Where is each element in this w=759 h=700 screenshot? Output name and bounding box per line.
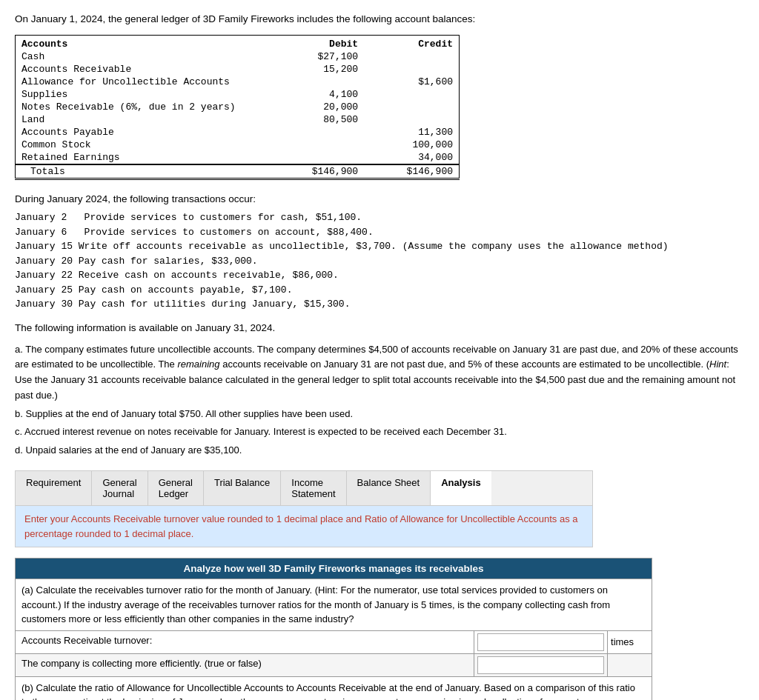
account-retained-earnings: Retained Earnings (16, 151, 269, 164)
tab-content: Enter your Accounts Receivable turnover … (15, 506, 593, 547)
transaction-jan22: January 22 Receive cash on accounts rece… (15, 268, 744, 283)
transaction-jan30: January 30 Pay cash for utilities during… (15, 297, 744, 312)
account-land: Land (16, 113, 269, 126)
info-text: The following information is available o… (15, 322, 744, 333)
col-header-debit: Debit (269, 36, 364, 51)
collecting-input-cell[interactable] (474, 653, 608, 676)
account-common-stock: Common Stock (16, 139, 269, 151)
totals-debit: $146,900 (269, 164, 364, 179)
ar-turnover-input[interactable] (477, 633, 604, 651)
col-header-credit: Credit (364, 36, 459, 51)
ar-turnover-input-cell[interactable] (474, 630, 608, 653)
notes-section: a. The company estimates future uncollec… (15, 342, 744, 459)
tab-requirement[interactable]: Requirement (16, 471, 92, 505)
part-b-desc: (b) Calculate the ratio of Allowance for… (16, 676, 652, 700)
ar-turnover-unit: times (608, 630, 652, 653)
account-notes-receivable: Notes Receivable (6%, due in 2 years) (16, 101, 269, 113)
note-d: d. Unpaid salaries at the end of January… (15, 443, 744, 459)
account-totals: Totals (16, 164, 269, 179)
balance-table: Accounts Debit Credit Cash$27,100 Accoun… (15, 35, 460, 180)
transaction-jan20: January 20 Pay cash for salaries, $33,00… (15, 254, 744, 269)
transaction-jan15: January 15 Write off accounts receivable… (15, 239, 744, 254)
analysis-section: Analyze how well 3D Family Fireworks man… (15, 558, 652, 700)
note-b: b. Supplies at the end of January total … (15, 407, 744, 422)
account-ar: Accounts Receivable (16, 63, 269, 76)
transaction-jan25: January 25 Pay cash on accounts payable,… (15, 283, 744, 298)
tab-trial-balance[interactable]: Trial Balance (204, 471, 281, 505)
collecting-input[interactable] (477, 656, 604, 674)
totals-credit: $146,900 (364, 164, 459, 179)
transactions-title: During January 2024, the following trans… (15, 193, 744, 204)
ar-turnover-label: Accounts Receivable turnover: (16, 630, 474, 653)
part-a-desc: (a) Calculate the receivables turnover r… (16, 579, 652, 631)
account-cash: Cash (16, 50, 269, 63)
note-c: c. Accrued interest revenue on notes rec… (15, 424, 744, 440)
tab-general-ledger[interactable]: GeneralLedger (148, 471, 204, 505)
transactions-list: January 2 Provide services to customers … (15, 210, 744, 312)
tab-general-journal[interactable]: GeneralJournal (92, 471, 148, 505)
tab-bar: Requirement GeneralJournal GeneralLedger… (15, 470, 593, 506)
tab-income-statement[interactable]: IncomeStatement (281, 471, 346, 505)
account-ap: Accounts Payable (16, 126, 269, 139)
note-a: a. The company estimates future uncollec… (15, 342, 744, 404)
tab-balance-sheet[interactable]: Balance Sheet (347, 471, 431, 505)
account-allowance: Allowance for Uncollectible Accounts (16, 76, 269, 88)
col-header-accounts: Accounts (16, 36, 269, 51)
analysis-title: Analyze how well 3D Family Fireworks man… (16, 559, 652, 579)
hint-box: Enter your Accounts Receivable turnover … (16, 506, 592, 547)
transaction-jan2: January 2 Provide services to customers … (15, 210, 744, 225)
tab-analysis[interactable]: Analysis (431, 471, 491, 505)
intro-text: On January 1, 2024, the general ledger o… (15, 13, 744, 24)
collecting-label: The company is collecting more efficient… (16, 653, 474, 676)
account-supplies: Supplies (16, 88, 269, 101)
analysis-table: Analyze how well 3D Family Fireworks man… (15, 558, 652, 700)
transaction-jan6: January 6 Provide services to customers … (15, 225, 744, 240)
